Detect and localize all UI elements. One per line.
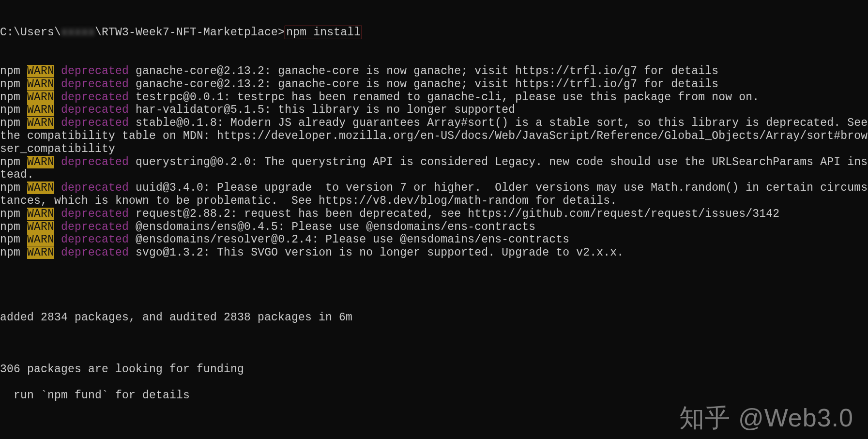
deprecated-package: querystring@0.2.0 [136,156,251,168]
warn-line: npm WARN deprecated svgo@1.3.2: This SVG… [0,246,868,259]
warn-badge: WARN [27,182,54,194]
deprecated-message: : This SVGO version is no longer support… [203,246,624,259]
deprecated-package: @ensdomains/resolver@0.2.4 [136,233,312,246]
npm-label: npm [0,233,27,246]
deprecated-message: : testrpc has been renamed to ganache-cl… [224,91,759,104]
deprecated-message: : ganache-core is now ganache; visit htt… [264,65,718,77]
deprecated-package: stable@0.1.8 [136,117,217,129]
warn-line: npm WARN deprecated ganache-core@2.13.2:… [0,78,868,91]
deprecated-package: @ensdomains/ens@0.4.5 [136,221,278,233]
deprecated-package: har-validator@5.1.5 [136,104,264,116]
prompt-line: C:\Users\xxxxx\RTW3-Week7-NFT-Marketplac… [0,26,868,39]
deprecated-message: : ganache-core is now ganache; visit htt… [264,78,718,91]
deprecated-package: ganache-core@2.13.2 [136,65,264,77]
npm-label: npm [0,91,27,104]
npm-label: npm [0,156,27,168]
warn-line: npm WARN deprecated stable@0.1.8: Modern… [0,117,868,155]
npm-label: npm [0,182,27,194]
warn-line: npm WARN deprecated querystring@0.2.0: T… [0,156,868,182]
deprecated-label: deprecated [54,117,129,129]
warn-line: npm WARN deprecated @ensdomains/ens@0.4.… [0,221,868,234]
summary-funding-2: run `npm fund` for details [0,389,868,402]
npm-label: npm [0,117,27,129]
warn-line: npm WARN deprecated uuid@3.4.0: Please u… [0,182,868,208]
warn-badge: WARN [27,78,54,91]
warn-line: npm WARN deprecated @ensdomains/resolver… [0,233,868,246]
deprecated-label: deprecated [54,91,129,104]
warn-badge: WARN [27,91,54,104]
summary-added: added 2834 packages, and audited 2838 pa… [0,311,868,324]
npm-label: npm [0,65,27,77]
deprecated-label: deprecated [54,182,129,194]
warn-badge: WARN [27,104,54,116]
blank-line [0,337,868,350]
warn-badge: WARN [27,156,54,168]
deprecated-label: deprecated [54,156,129,168]
npm-label: npm [0,246,27,259]
typed-command: npm install [285,26,362,39]
deprecated-message: : this library is no longer supported [264,104,515,116]
warn-badge: WARN [27,221,54,233]
warn-badge: WARN [27,117,54,129]
summary-funding-1: 306 packages are looking for funding [0,363,868,376]
deprecated-label: deprecated [54,65,129,77]
warn-line: npm WARN deprecated request@2.88.2: requ… [0,208,868,221]
deprecated-package: request@2.88.2 [136,208,230,220]
deprecated-message: : request has been deprecated, see https… [230,208,779,220]
deprecated-package: svgo@1.3.2 [136,246,203,259]
npm-label: npm [0,78,27,91]
warn-line: npm WARN deprecated testrpc@0.0.1: testr… [0,91,868,104]
prompt-user-blur: xxxxx [61,26,95,39]
blank-line [0,286,868,299]
deprecated-message: : Please use @ensdomains/ens-contracts [312,233,569,246]
npm-label: npm [0,221,27,233]
deprecated-label: deprecated [54,246,129,259]
warn-badge: WARN [27,208,54,220]
prompt-path-post: \RTW3-Week7-NFT-Marketplace> [95,26,285,39]
npm-label: npm [0,208,27,220]
deprecated-package: testrpc@0.0.1 [136,91,224,104]
warn-badge: WARN [27,233,54,246]
deprecated-label: deprecated [54,104,129,116]
deprecated-label: deprecated [54,208,129,220]
deprecated-label: deprecated [54,233,129,246]
warn-line: npm WARN deprecated ganache-core@2.13.2:… [0,65,868,78]
deprecated-message: : Please use @ensdomains/ens-contracts [278,221,535,233]
prompt-path-pre: C:\Users\ [0,26,61,39]
warn-line: npm WARN deprecated har-validator@5.1.5:… [0,104,868,117]
terminal-output[interactable]: C:\Users\xxxxx\RTW3-Week7-NFT-Marketplac… [0,0,868,439]
warn-badge: WARN [27,246,54,259]
deprecated-package: uuid@3.4.0 [136,182,203,194]
deprecated-package: ganache-core@2.13.2 [136,78,264,91]
npm-label: npm [0,104,27,116]
warn-badge: WARN [27,65,54,77]
deprecated-label: deprecated [54,221,129,233]
blank-line [0,415,868,428]
deprecated-label: deprecated [54,78,129,91]
